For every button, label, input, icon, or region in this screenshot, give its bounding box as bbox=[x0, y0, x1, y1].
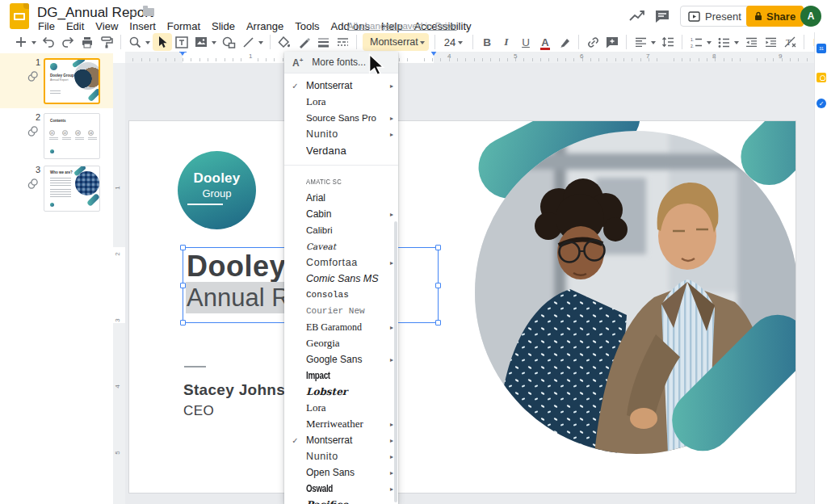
new-slide-button[interactable] bbox=[11, 33, 31, 51]
slide-thumbnail-3[interactable]: Who we are? bbox=[44, 166, 100, 212]
print-button[interactable] bbox=[78, 33, 97, 51]
slide-thumbnail-2[interactable]: Contents 01 02 03 04 bbox=[44, 113, 100, 159]
clear-formatting-button[interactable]: T bbox=[780, 33, 800, 51]
font-item-amatic-sc[interactable]: Amatic SC bbox=[284, 174, 398, 190]
divider-dash[interactable] bbox=[184, 366, 206, 368]
menu-file[interactable]: File bbox=[36, 19, 57, 33]
bulleted-list-dropdown[interactable] bbox=[734, 41, 739, 47]
numbered-list-dropdown[interactable] bbox=[707, 41, 712, 47]
font-item-caveat[interactable]: Caveat bbox=[284, 238, 398, 254]
redo-button[interactable] bbox=[58, 33, 78, 51]
font-item-open-sans[interactable]: Open Sans▸ bbox=[284, 464, 398, 481]
font-item-oswald[interactable]: Oswald▸ bbox=[284, 481, 398, 497]
insert-image-dropdown[interactable] bbox=[212, 41, 216, 47]
bold-button[interactable]: B bbox=[477, 33, 497, 51]
move-folder-icon[interactable] bbox=[143, 8, 154, 16]
transition-icon[interactable] bbox=[27, 178, 38, 192]
font-family-select[interactable]: Montserrat bbox=[363, 33, 429, 51]
border-dash-button[interactable] bbox=[333, 33, 352, 51]
font-item-comic-sans-ms[interactable]: Comic Sans MS bbox=[284, 271, 398, 287]
share-button[interactable]: Share bbox=[746, 6, 804, 27]
font-item-cabin[interactable]: Cabin▸ bbox=[284, 206, 398, 222]
add-comment-button[interactable] bbox=[602, 33, 622, 51]
star-icon[interactable]: ☆ bbox=[128, 6, 138, 19]
font-item-nunito[interactable]: Nunito ▸ bbox=[284, 126, 398, 142]
new-slide-dropdown[interactable] bbox=[31, 41, 36, 47]
resize-handle-ne[interactable] bbox=[435, 245, 441, 250]
font-item-impact[interactable]: Impact bbox=[284, 368, 398, 384]
insert-image-button[interactable] bbox=[191, 33, 211, 51]
font-item-nunito[interactable]: Nunito▸ bbox=[284, 448, 398, 464]
tasks-icon[interactable]: ✓ bbox=[817, 99, 826, 108]
activity-icon[interactable] bbox=[628, 8, 646, 24]
editing-canvas[interactable]: Dooley Group Stacey Johnson CEO Dooley A… bbox=[125, 63, 814, 504]
line-tool[interactable] bbox=[238, 33, 258, 51]
menu-insert[interactable]: Insert bbox=[128, 19, 157, 33]
slide-title-line2[interactable]: Annual R bbox=[186, 284, 291, 313]
resize-handle-se[interactable] bbox=[435, 320, 441, 326]
increase-indent-button[interactable] bbox=[761, 33, 780, 51]
font-item-lora[interactable]: Lora bbox=[284, 400, 398, 416]
menu-slide[interactable]: Slide bbox=[210, 19, 237, 33]
menu-format[interactable]: Format bbox=[166, 19, 202, 33]
text-box-tool[interactable] bbox=[172, 33, 191, 51]
calendar-icon[interactable]: 31 bbox=[817, 44, 826, 53]
horizontal-ruler[interactable]: 1 2 3 4 5 6 7 8 9 bbox=[125, 50, 814, 63]
resize-handle-sw[interactable] bbox=[180, 320, 186, 326]
keep-icon[interactable] bbox=[817, 73, 826, 82]
font-size-select[interactable]: 24 bbox=[439, 36, 468, 48]
text-color-button[interactable]: A bbox=[535, 33, 555, 51]
zoom-button[interactable] bbox=[125, 33, 145, 51]
vertical-ruler[interactable]: 1 2 3 4 5 bbox=[113, 63, 125, 504]
avatar[interactable]: A bbox=[800, 6, 821, 27]
resize-handle-nw[interactable] bbox=[180, 245, 186, 250]
save-status[interactable]: All changes saved in Drive bbox=[347, 21, 457, 31]
transition-icon[interactable] bbox=[27, 70, 38, 85]
font-item-eb-garamond[interactable]: EB Garamond▸ bbox=[284, 319, 398, 335]
company-logo[interactable]: Dooley Group bbox=[178, 151, 256, 229]
filmstrip-row-1[interactable]: 1 Dooley Group Annual Report bbox=[0, 53, 113, 108]
slide-title-line1[interactable]: Dooley bbox=[187, 250, 286, 284]
shape-tool[interactable] bbox=[219, 33, 238, 51]
decrease-indent-button[interactable] bbox=[741, 33, 761, 51]
line-tool-dropdown[interactable] bbox=[258, 41, 263, 47]
font-item-arial[interactable]: Arial bbox=[284, 190, 398, 206]
transition-icon[interactable] bbox=[27, 125, 38, 140]
comments-icon[interactable] bbox=[654, 8, 670, 24]
font-item-montserrat[interactable]: ✓Montserrat▸ bbox=[284, 432, 398, 448]
slide-canvas[interactable]: Dooley Group Stacey Johnson CEO Dooley A… bbox=[129, 121, 796, 493]
font-item-georgia[interactable]: Georgia bbox=[284, 335, 398, 351]
line-spacing-button[interactable] bbox=[658, 33, 678, 51]
undo-button[interactable] bbox=[39, 33, 58, 51]
insert-link-button[interactable] bbox=[583, 33, 602, 51]
font-item-consolas[interactable]: Consolas bbox=[284, 287, 398, 303]
font-item-comfortaa[interactable]: Comfortaa▸ bbox=[284, 254, 398, 271]
font-item-google-sans[interactable]: Google Sans▸ bbox=[284, 351, 398, 368]
font-item-lora[interactable]: Lora bbox=[284, 94, 398, 110]
paint-format-button[interactable] bbox=[97, 33, 116, 51]
zoom-dropdown[interactable] bbox=[145, 41, 150, 47]
menu-view[interactable]: View bbox=[94, 19, 120, 33]
font-item-courier-new[interactable]: Courier New bbox=[284, 303, 398, 319]
resize-handle-w[interactable] bbox=[180, 283, 186, 288]
menu-arrange[interactable]: Arrange bbox=[245, 19, 285, 33]
align-dropdown[interactable] bbox=[651, 41, 656, 47]
align-button[interactable] bbox=[631, 33, 650, 51]
numbered-list-button[interactable]: 1.2. bbox=[686, 33, 706, 51]
font-item-pacifico[interactable]: Pacifico bbox=[284, 497, 398, 504]
font-item-verdana[interactable]: Verdana bbox=[284, 142, 398, 158]
slide-thumbnail-1[interactable]: Dooley Group Annual Report bbox=[44, 58, 100, 104]
underline-button[interactable]: U bbox=[516, 33, 535, 51]
menu-tools[interactable]: Tools bbox=[293, 19, 321, 33]
left-indent-marker[interactable] bbox=[179, 51, 186, 59]
filmstrip-row-2[interactable]: 2 Contents 01 02 03 04 bbox=[0, 110, 113, 162]
slides-logo-icon[interactable] bbox=[10, 3, 29, 29]
menu-edit[interactable]: Edit bbox=[65, 19, 86, 33]
font-item-lobster[interactable]: Lobster bbox=[284, 384, 398, 400]
font-item-merriweather[interactable]: Merriweather▸ bbox=[284, 416, 398, 432]
border-color-button[interactable] bbox=[294, 33, 313, 51]
font-menu-scrollbar[interactable] bbox=[394, 221, 397, 502]
highlight-color-button[interactable] bbox=[555, 33, 574, 51]
resize-handle-e[interactable] bbox=[435, 283, 441, 288]
fill-color-button[interactable] bbox=[275, 33, 294, 51]
